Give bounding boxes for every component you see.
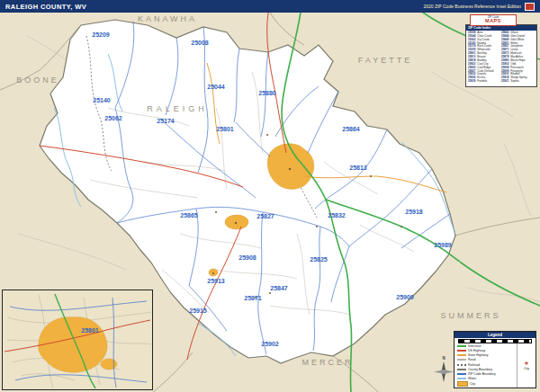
header-accent-mark	[525, 3, 535, 11]
legend-city-symbol: ★ City	[517, 343, 536, 388]
zip-index-rows: 25008Artie25044Clear Creek25062Dry Creek…	[466, 31, 536, 85]
legend: Legend InterstateUS HighwayState Highway…	[454, 331, 536, 388]
county-seat-star-icon: ★	[524, 361, 528, 366]
inset-canvas: 25801	[3, 290, 151, 388]
legend-item-label: Water	[468, 377, 476, 380]
zip-code-label: 25908	[238, 254, 256, 261]
zip-code-label: 25062	[104, 115, 122, 121]
inset-map: 25801	[2, 290, 153, 390]
map-page: { "header": { "title": "RALEIGH COUNTY, …	[0, 0, 540, 392]
zip-code-label: 25865	[180, 212, 198, 218]
zip-code-label: 25864	[342, 126, 360, 132]
legend-item: State Highway	[457, 353, 514, 357]
legend-swatch-icon	[457, 359, 466, 361]
zip-code-label: 25918	[405, 209, 423, 215]
zip-code-label: 25902	[261, 341, 279, 347]
zip-code-label: 25827	[256, 213, 274, 219]
title-bar: RALEIGH COUNTY, WV 2020 ZIP Code Busines…	[0, 0, 540, 13]
zip-code-label: 25832	[328, 212, 346, 218]
legend-item-label: City	[470, 382, 475, 386]
legend-items: InterstateUS HighwayState HighwayRoadRai…	[454, 343, 517, 388]
legend-item: Water	[457, 377, 514, 380]
zip-code-label: 25913	[207, 278, 225, 284]
legend-item-label: US Highway	[468, 349, 485, 352]
legend-item-label: ZIP Code Boundary	[468, 372, 496, 376]
legend-swatch-icon	[457, 350, 466, 352]
zip-code-label: 25871	[244, 295, 262, 301]
zip-code-label: 25825	[310, 256, 328, 263]
zip-code-label: 25209	[92, 31, 110, 38]
legend-swatch-icon	[457, 373, 466, 375]
zip-index-panel: ZIP Code Index 25008Artie25044Clear Cree…	[465, 24, 537, 87]
index-entry: 25839Fairdale	[468, 80, 501, 84]
index-entry: 25921Sophia	[501, 80, 535, 84]
legend-swatch-icon	[457, 364, 466, 366]
zip-code-label: 25174	[157, 118, 175, 124]
neighbor-county-label: SUMMERS	[440, 311, 500, 320]
edition-label: 2020 ZIP Code Business Reference Inset E…	[423, 4, 521, 9]
legend-item: Road	[457, 358, 514, 361]
legend-item: ZIP Code Boundary	[457, 372, 514, 376]
neighbor-county-label: FAYETTE	[358, 56, 412, 65]
brand-logo-main: MAPS	[485, 19, 501, 24]
compass-north-label: N	[442, 356, 445, 361]
zip-code-label: 25008	[191, 40, 209, 46]
legend-swatch-icon	[457, 369, 466, 370]
legend-item: Interstate	[457, 344, 514, 348]
legend-item-label: Road	[468, 358, 475, 361]
legend-item: County Boundary	[457, 368, 514, 371]
legend-swatch-icon	[457, 381, 468, 387]
legend-swatch-icon	[457, 345, 466, 347]
legend-title: Legend	[454, 332, 536, 338]
zip-code-label: 25140	[93, 97, 111, 103]
county-name-label: RALEIGH	[147, 104, 208, 113]
legend-item-label: Interstate	[468, 344, 482, 348]
legend-swatch-icon	[457, 354, 466, 356]
zip-code-label: 25989	[434, 242, 452, 248]
legend-item-label: State Highway	[468, 353, 489, 357]
zip-code-label: 25801	[216, 126, 234, 132]
compass-rose: N	[432, 354, 455, 383]
zip-code-label: 25909	[396, 294, 414, 300]
legend-item-label: County Boundary	[468, 368, 492, 371]
neighbor-county-label: KANAWHA	[138, 14, 197, 23]
zip-code-label: 25847	[270, 285, 288, 291]
neighbor-county-label: MERCER	[302, 358, 353, 367]
inset-zip-label: 25801	[81, 327, 99, 334]
legend-city-label: City	[524, 367, 529, 370]
neighbor-county-label: BOONE	[16, 76, 59, 85]
legend-item: US Highway	[457, 349, 514, 352]
legend-item: City	[457, 381, 514, 387]
zip-code-label: 25915	[189, 307, 207, 314]
legend-item-label: Railroad	[468, 363, 480, 367]
zip-code-label: 25880	[258, 90, 276, 96]
zip-code-label: 25044	[207, 84, 225, 90]
legend-item: Railroad	[457, 363, 514, 367]
compass-needle-horizontal	[434, 370, 454, 374]
legend-swatch-icon	[457, 378, 466, 379]
brand-logo: ZIP Code MAPS	[470, 14, 517, 26]
map-title: RALEIGH COUNTY, WV	[5, 3, 86, 11]
zip-code-label: 25813	[349, 165, 367, 171]
